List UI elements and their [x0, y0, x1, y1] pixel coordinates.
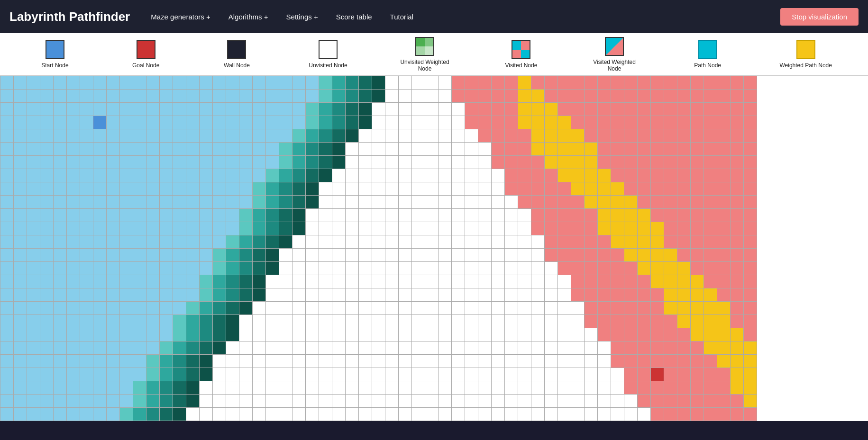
grid-cell[interactable] [385, 116, 399, 129]
grid-cell[interactable] [691, 209, 704, 222]
grid-cell[interactable] [67, 129, 80, 143]
grid-cell[interactable] [306, 182, 319, 196]
grid-cell[interactable] [372, 302, 385, 315]
grid-cell[interactable] [571, 143, 585, 156]
grid-cell[interactable] [332, 235, 346, 249]
grid-cell[interactable] [518, 381, 531, 395]
grid-cell[interactable] [425, 288, 439, 302]
grid-cell[interactable] [478, 341, 492, 355]
grid-cell[interactable] [253, 249, 266, 262]
grid-cell[interactable] [505, 76, 518, 90]
grid-cell[interactable] [425, 90, 439, 103]
grid-cell[interactable] [505, 156, 518, 169]
grid-cell[interactable] [545, 90, 558, 103]
grid-cell[interactable] [319, 222, 332, 235]
grid-cell[interactable] [319, 169, 332, 182]
grid-cell[interactable] [80, 328, 93, 341]
grid-cell[interactable] [492, 209, 505, 222]
grid-cell[interactable] [133, 76, 146, 90]
grid-cell[interactable] [531, 222, 545, 235]
grid-cell[interactable] [0, 341, 14, 355]
grid-cell[interactable] [186, 169, 200, 182]
grid-cell[interactable] [571, 235, 585, 249]
grid-cell[interactable] [146, 90, 160, 103]
grid-cell[interactable] [452, 76, 465, 90]
grid-cell[interactable] [585, 341, 598, 355]
grid-cell[interactable] [558, 355, 571, 368]
grid-cell[interactable] [332, 368, 346, 381]
grid-cell[interactable] [279, 116, 292, 129]
grid-cell[interactable] [54, 262, 67, 275]
grid-cell[interactable] [146, 169, 160, 182]
grid-cell[interactable] [465, 235, 478, 249]
grid-cell[interactable] [292, 288, 306, 302]
grid-cell[interactable] [372, 222, 385, 235]
grid-cell[interactable] [545, 341, 558, 355]
grid-cell[interactable] [253, 341, 266, 355]
grid-cell[interactable] [492, 169, 505, 182]
grid-cell[interactable] [306, 209, 319, 222]
grid-cell[interactable] [664, 328, 677, 341]
grid-cell[interactable] [691, 196, 704, 209]
grid-cell[interactable] [359, 103, 372, 116]
grid-cell[interactable] [412, 368, 425, 381]
grid-cell[interactable] [40, 90, 54, 103]
grid-cell[interactable] [160, 275, 173, 288]
grid-cell[interactable] [146, 103, 160, 116]
grid-cell[interactable] [253, 116, 266, 129]
grid-cell[interactable] [611, 315, 624, 328]
grid-cell[interactable] [611, 395, 624, 408]
grid-cell[interactable] [200, 235, 213, 249]
grid-cell[interactable] [54, 328, 67, 341]
grid-cell[interactable] [664, 103, 677, 116]
grid-cell[interactable] [306, 368, 319, 381]
grid-cell[interactable] [0, 156, 14, 169]
grid-cell[interactable] [425, 76, 439, 90]
grid-cell[interactable] [346, 76, 359, 90]
grid-cell[interactable] [478, 182, 492, 196]
grid-cell[interactable] [27, 262, 40, 275]
grid-cell[interactable] [253, 368, 266, 381]
grid-cell[interactable] [492, 315, 505, 328]
grid-cell[interactable] [452, 275, 465, 288]
grid-cell[interactable] [412, 249, 425, 262]
grid-cell[interactable] [160, 355, 173, 368]
algorithms-button[interactable]: Algorithms + [222, 9, 275, 25]
grid-cell[interactable] [200, 129, 213, 143]
grid-cell[interactable] [173, 76, 186, 90]
grid-cell[interactable] [213, 408, 226, 421]
grid-cell[interactable] [0, 76, 14, 90]
grid-cell[interactable] [93, 235, 107, 249]
grid-cell[interactable] [27, 235, 40, 249]
grid-cell[interactable] [638, 209, 651, 222]
grid-cell[interactable] [200, 275, 213, 288]
grid-cell[interactable] [478, 116, 492, 129]
grid-cell[interactable] [664, 315, 677, 328]
grid-cell[interactable] [704, 103, 717, 116]
grid-cell[interactable] [306, 156, 319, 169]
grid-cell[interactable] [146, 156, 160, 169]
grid-cell[interactable] [439, 182, 452, 196]
grid-cell[interactable] [545, 116, 558, 129]
grid-cell[interactable] [266, 408, 279, 421]
grid-cell[interactable] [598, 116, 611, 129]
grid-cell[interactable] [213, 302, 226, 315]
grid-cell[interactable] [571, 129, 585, 143]
grid-cell[interactable] [531, 288, 545, 302]
grid-cell[interactable] [585, 408, 598, 421]
grid-cell[interactable] [385, 143, 399, 156]
grid-cell[interactable] [425, 395, 439, 408]
grid-cell[interactable] [717, 235, 731, 249]
grid-cell[interactable] [677, 395, 691, 408]
grid-cell[interactable] [173, 395, 186, 408]
grid-cell[interactable] [585, 76, 598, 90]
grid-cell[interactable] [67, 116, 80, 129]
grid-cell[interactable] [120, 288, 133, 302]
grid-cell[interactable] [598, 90, 611, 103]
grid-cell[interactable] [664, 90, 677, 103]
grid-cell[interactable] [558, 249, 571, 262]
grid-cell[interactable] [505, 235, 518, 249]
grid-cell[interactable] [439, 116, 452, 129]
grid-cell[interactable] [704, 90, 717, 103]
grid-cell[interactable] [160, 262, 173, 275]
